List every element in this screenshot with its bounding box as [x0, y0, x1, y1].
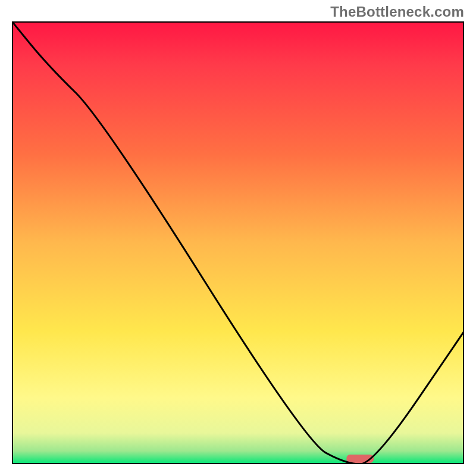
watermark-text: TheBottleneck.com: [330, 4, 464, 20]
chart-plot: [12, 21, 464, 464]
chart-frame: TheBottleneck.com: [0, 0, 476, 476]
gradient-background: [12, 21, 464, 464]
chart-svg: [12, 21, 464, 464]
